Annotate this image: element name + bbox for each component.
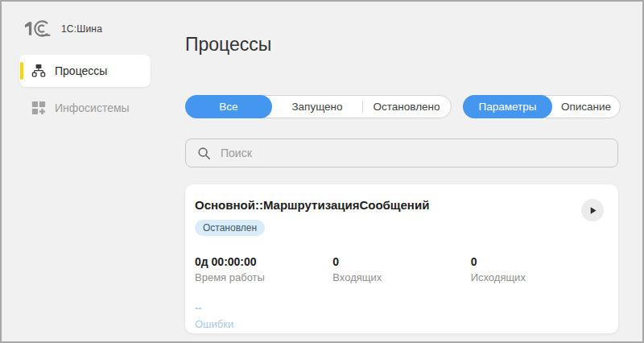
errors-block: -- Ошибки (195, 302, 609, 331)
tab-running[interactable]: Запущено (272, 96, 362, 118)
tab-stopped[interactable]: Остановлено (362, 96, 451, 118)
stat-label: Входящих (332, 271, 470, 283)
stat-value: 0 (332, 255, 470, 268)
status-badge: Остановлен (195, 220, 265, 236)
stat-outgoing: 0 Исходящих (471, 255, 609, 283)
sitemap-icon (31, 64, 46, 78)
process-card: Основной::МаршрутизацияСообщений Останов… (185, 184, 618, 333)
status-filter-tabs: Все Запущено Остановлено (185, 95, 452, 118)
process-name: Основной::МаршрутизацияСообщений (195, 198, 609, 212)
tab-all[interactable]: Все (185, 95, 272, 118)
grid-plus-icon (31, 101, 46, 115)
sidebar-item-infosystems[interactable]: Инфосистемы (19, 92, 151, 124)
process-stats: 0д 00:00:00 Время работы 0 Входящих 0 Ис… (195, 255, 609, 283)
tab-parameters[interactable]: Параметры (463, 95, 552, 118)
sidebar-item-label: Процессы (55, 64, 107, 77)
play-icon (588, 206, 597, 215)
stat-value: 0 (471, 255, 609, 268)
app-window: 1С:Шина Процессы Инфосистемы Процес (0, 0, 644, 343)
start-process-button[interactable] (581, 199, 604, 221)
errors-value: -- (195, 302, 609, 314)
1c-logo-icon (21, 19, 52, 38)
stat-incoming: 0 Входящих (332, 255, 470, 283)
stat-label: Время работы (195, 271, 332, 283)
stat-label: Исходящих (471, 271, 609, 283)
errors-link[interactable]: Ошибки (195, 318, 233, 330)
search-icon (197, 147, 211, 160)
search-box (185, 138, 618, 167)
search-input[interactable] (219, 139, 617, 167)
brand: 1С:Шина (21, 19, 102, 38)
sidebar-item-label: Инфосистемы (55, 101, 130, 114)
stat-value: 0д 00:00:00 (195, 255, 332, 268)
stat-uptime: 0д 00:00:00 Время работы (195, 255, 332, 283)
page-title: Процессы (185, 34, 271, 56)
view-switcher-tabs: Параметры Описание (463, 95, 621, 118)
sidebar-item-processes[interactable]: Процессы (19, 55, 151, 87)
active-indicator (20, 62, 23, 80)
tab-description[interactable]: Описание (552, 96, 620, 118)
brand-name: 1С:Шина (61, 23, 102, 35)
